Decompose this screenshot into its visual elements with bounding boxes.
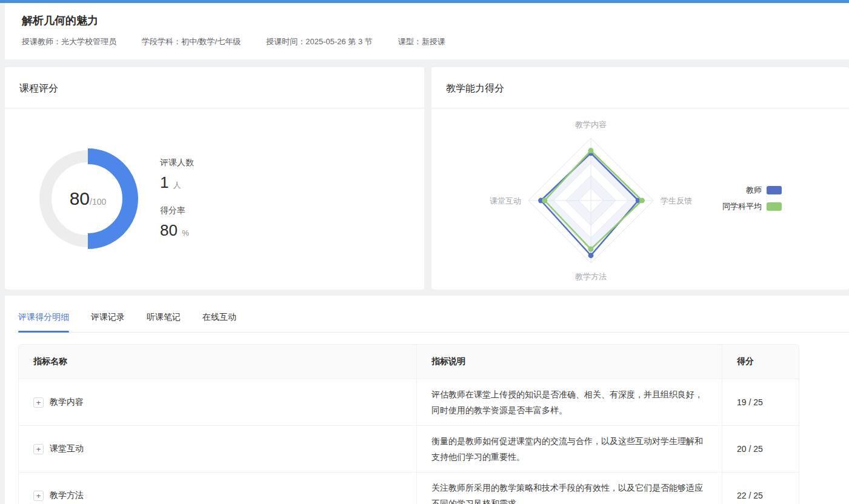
score-max: /100 <box>90 197 106 207</box>
ability-radar-chart: 教学内容学生反馈教学方法课堂互动 <box>482 110 700 290</box>
stat-raters: 评课人数 1 人 <box>160 158 194 192</box>
indicator-desc: 评估教师在课堂上传授的知识是否准确、相关、有深度，并且组织良好，同时使用的教学资… <box>416 379 722 425</box>
table-header-row: 指标名称 指标说明 得分 <box>19 345 799 379</box>
score-value: 80 <box>70 188 90 209</box>
score-detail-table: 指标名称 指标说明 得分 + 教学内容 评估教师在课堂上传授的知识是否准确、相关… <box>18 344 799 504</box>
expand-icon[interactable]: + <box>33 397 44 408</box>
table-row: + 教学内容 评估教师在课堂上传授的知识是否准确、相关、有深度，并且组织良好，同… <box>19 379 799 426</box>
indicator-score: 22 / 25 <box>722 472 799 504</box>
table-row: + 教学方法 关注教师所采用的教学策略和技术手段的有效性，以及它们是否能够适应不… <box>19 472 799 504</box>
teaching-ability-title: 教学能力得分 <box>431 67 849 108</box>
course-meta: 授课教师：光大学校管理员 学段学科：初中/数学/七年级 授课时间：2025-05… <box>22 36 832 47</box>
tab-bar: 评课得分明细 评课记录 听课笔记 在线互动 <box>18 312 849 333</box>
meta-time: 授课时间：2025-05-26 第 3 节 <box>266 36 373 47</box>
expand-icon[interactable]: + <box>33 491 44 501</box>
meta-course-type: 课型：新授课 <box>398 36 445 47</box>
indicator-name: 教学方法 <box>50 490 84 501</box>
course-score-title: 课程评分 <box>5 67 424 108</box>
indicator-name: 教学内容 <box>50 397 84 408</box>
course-header: 解析几何的魅力 授课教师：光大学校管理员 学段学科：初中/数学/七年级 授课时间… <box>5 3 849 59</box>
radar-legend: 教师 同学科平均 <box>722 185 782 217</box>
expand-icon[interactable]: + <box>33 444 44 454</box>
tab-score-detail[interactable]: 评课得分明细 <box>18 312 69 332</box>
indicator-name: 课堂互动 <box>50 443 84 454</box>
stat-score-rate: 得分率 80 % <box>160 205 194 240</box>
svg-text:教学方法: 教学方法 <box>575 272 607 281</box>
meta-teacher: 授课教师：光大学校管理员 <box>22 36 116 47</box>
meta-grade-subject: 学段学科：初中/数学/七年级 <box>142 36 241 47</box>
evaluation-detail-card: 评课得分明细 评课记录 听课笔记 在线互动 指标名称 指标说明 得分 + 教学内… <box>5 296 849 504</box>
score-donut-chart: 80 /100 <box>36 147 139 250</box>
legend-swatch-teacher <box>767 186 782 194</box>
indicator-desc: 衡量的是教师如何促进课堂内的交流与合作，以及这些互动对学生理解和支持他们学习的重… <box>416 426 722 472</box>
svg-text:教学内容: 教学内容 <box>575 120 607 129</box>
header-indicator-name: 指标名称 <box>19 345 416 379</box>
svg-text:课堂互动: 课堂互动 <box>490 196 521 205</box>
table-row: + 课堂互动 衡量的是教师如何促进课堂内的交流与合作，以及这些互动对学生理解和支… <box>19 426 799 472</box>
indicator-score: 20 / 25 <box>722 426 799 472</box>
tab-online-interaction[interactable]: 在线互动 <box>202 312 236 332</box>
header-score: 得分 <box>722 345 799 379</box>
page-title: 解析几何的魅力 <box>22 13 832 28</box>
legend-item-teacher[interactable]: 教师 <box>722 185 782 196</box>
course-score-card: 课程评分 80 /100 评课人数 1 人 得分率 80 <box>5 67 424 290</box>
tab-listening-notes[interactable]: 听课笔记 <box>147 312 181 332</box>
indicator-score: 19 / 25 <box>722 379 799 425</box>
svg-text:学生反馈: 学生反馈 <box>661 196 692 205</box>
header-indicator-desc: 指标说明 <box>416 345 722 379</box>
teaching-ability-card: 教学能力得分 教学内容学生反馈教学方法课堂互动 教师 同学科平均 <box>431 67 849 290</box>
tab-evaluation-records[interactable]: 评课记录 <box>91 312 125 332</box>
legend-swatch-subject-average <box>767 202 782 211</box>
legend-item-subject-average[interactable]: 同学科平均 <box>722 201 782 212</box>
donut-center-label: 80 /100 <box>36 147 139 250</box>
indicator-desc: 关注教师所采用的教学策略和技术手段的有效性，以及它们是否能够适应不同的学习风格和… <box>416 472 722 504</box>
